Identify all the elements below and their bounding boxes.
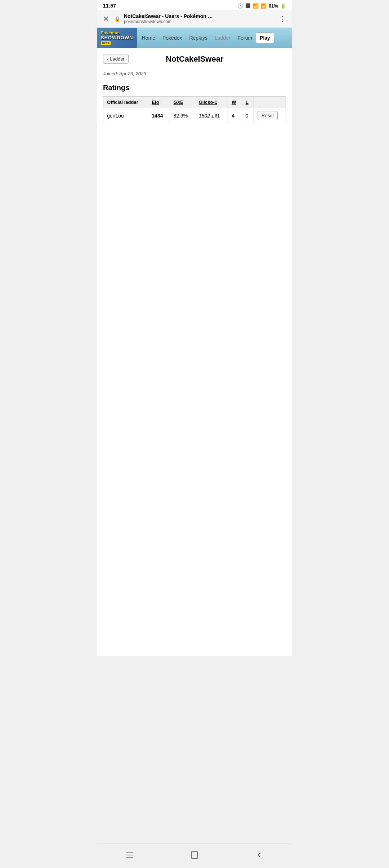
notification-icon: ⬛ <box>245 3 251 8</box>
battery-icon: 🔋 <box>280 3 286 9</box>
bottom-nav <box>97 843 292 868</box>
back-to-ladder-button[interactable]: ‹ Ladder <box>103 54 129 64</box>
table-header-row: Official ladder Elo GXE Glicko-1 W L <box>103 97 286 108</box>
col-glicko: Glicko-1 <box>195 97 228 108</box>
logo-showdown-text: SHOWDOWN <box>101 35 133 40</box>
back-icon <box>255 851 264 859</box>
nav-forum[interactable]: Forum <box>234 33 256 43</box>
page-content: ‹ Ladder NotCakeISwear Joined: Apr 23, 2… <box>97 48 292 656</box>
bottom-back-button[interactable] <box>248 849 271 862</box>
browser-chrome: ✕ 🔒 NotCakeISwear - Users - Pokémon … po… <box>97 10 292 28</box>
breadcrumb-area: ‹ Ladder NotCakeISwear <box>103 54 286 64</box>
col-official-ladder: Official ladder <box>103 97 148 108</box>
col-actions <box>254 97 286 108</box>
cell-wins: 4 <box>228 108 242 123</box>
page-title: NotCakeISwear <box>129 54 261 64</box>
joined-info: Joined: Apr 23, 2023 <box>103 71 286 76</box>
back-label: Ladder <box>110 56 124 62</box>
nav-replays[interactable]: Replays <box>185 33 211 43</box>
nav-ladder[interactable]: Ladder <box>211 33 234 43</box>
nav-links: Home Pokédex Replays Ladder Forum Play <box>137 30 276 45</box>
nav-play[interactable]: Play <box>256 32 274 43</box>
col-wins: W <box>228 97 242 108</box>
lock-icon: 🔒 <box>114 16 120 22</box>
joined-label: Joined: <box>103 71 118 76</box>
menu-icon <box>125 851 134 859</box>
reset-button[interactable]: Reset <box>258 111 278 120</box>
joined-date: Apr 23, 2023 <box>119 71 146 76</box>
table-row: gen1ou 1434 82.9% 1802 ± 61 4 0 Reset <box>103 108 286 123</box>
status-bar: 11:57 🕐 ⬛ 📶 📶 61% 🔋 <box>97 0 292 10</box>
bottom-home-button[interactable] <box>183 849 206 862</box>
cell-losses: 0 <box>242 108 254 123</box>
svg-rect-3 <box>191 852 198 858</box>
glicko-main: 1802 <box>199 113 210 119</box>
home-icon <box>190 851 199 859</box>
cell-elo: 1434 <box>148 108 170 123</box>
cell-gxe: 82.9% <box>170 108 195 123</box>
nav-home[interactable]: Home <box>138 33 159 43</box>
wifi-icon: 📶 <box>253 3 259 9</box>
logo-pokemon-text: Pokémon <box>101 31 120 35</box>
alarm-icon: 🕐 <box>237 3 243 9</box>
browser-menu-button[interactable]: ⋮ <box>277 13 287 25</box>
url-bar[interactable]: NotCakeISwear - Users - Pokémon … pokemo… <box>124 13 274 24</box>
cell-ladder-name: gen1ou <box>103 108 148 123</box>
logo-beta-badge: BETA <box>101 41 111 45</box>
time: 11:57 <box>103 3 116 9</box>
close-tab-button[interactable]: ✕ <box>102 13 111 25</box>
url-domain: pokemonshowdown.com <box>124 19 274 24</box>
signal-icon: 📶 <box>261 3 267 9</box>
cell-glicko: 1802 ± 61 <box>195 108 228 123</box>
battery-text: 61% <box>269 3 278 9</box>
nav-bar: Pokémon SHOWDOWN BETA Home Pokédex Repla… <box>97 28 292 48</box>
chevron-left-icon: ‹ <box>107 56 108 62</box>
page-tab-title: NotCakeISwear - Users - Pokémon … <box>124 13 274 19</box>
site-logo[interactable]: Pokémon SHOWDOWN BETA <box>97 28 137 48</box>
ratings-section-title: Ratings <box>103 84 286 92</box>
bottom-menu-button[interactable] <box>118 849 141 862</box>
col-gxe: GXE <box>170 97 195 108</box>
col-losses: L <box>242 97 254 108</box>
ratings-table: Official ladder Elo GXE Glicko-1 W L gen… <box>103 96 286 123</box>
glicko-pm: ± 61 <box>211 114 220 119</box>
nav-pokedex[interactable]: Pokédex <box>159 33 185 43</box>
cell-reset: Reset <box>254 108 286 123</box>
col-elo: Elo <box>148 97 170 108</box>
